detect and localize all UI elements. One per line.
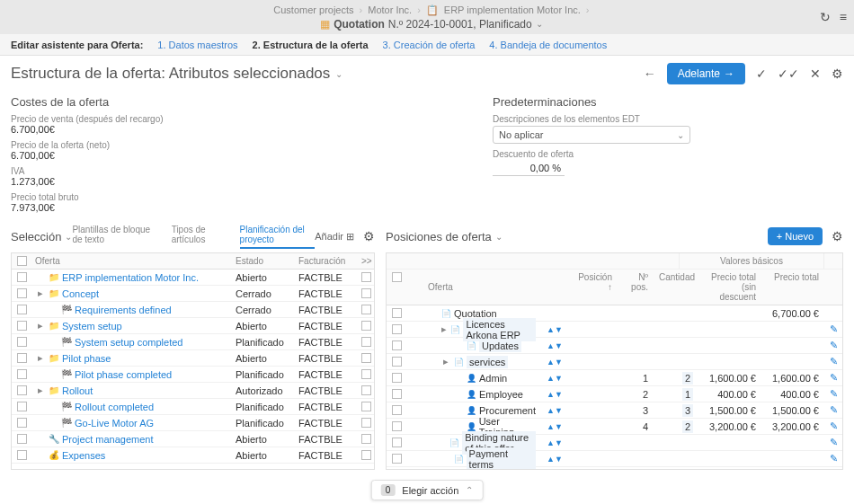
item-name[interactable]: Pilot phase (62, 353, 111, 364)
item-name[interactable]: Admin (479, 373, 507, 384)
edt-select[interactable]: No aplicar⌄ (493, 126, 690, 144)
reorder-arrows[interactable]: ▲▼ (541, 436, 568, 450)
wizard-step[interactable]: 2. Estructura de la oferta (253, 40, 369, 50)
table-row[interactable]: 📁 ERP implementation Motor Inc. Abierto … (12, 270, 374, 286)
item-name[interactable]: Rollout (62, 385, 93, 396)
item-name[interactable]: ERP implementation Motor Inc. (62, 272, 199, 283)
table-row[interactable]: ▸ 📁 System setup Abierto FACTBLE (12, 318, 374, 334)
star-checkbox[interactable] (361, 305, 371, 314)
select-all-checkbox[interactable] (17, 256, 27, 266)
caret-icon[interactable]: ▸ (35, 385, 46, 396)
col-qty[interactable]: Cantidad (654, 270, 698, 305)
row-checkbox[interactable] (392, 454, 402, 464)
footer-action-bar[interactable]: 0 Elegir acción ⌃ (371, 480, 484, 500)
qty-value[interactable]: 2 (682, 372, 693, 385)
row-checkbox[interactable] (17, 385, 27, 395)
star-checkbox[interactable] (361, 385, 371, 395)
breadcrumb-item[interactable]: Customer projects (273, 4, 353, 15)
table-row[interactable]: 📄 Updates ▲▼ ✎ (387, 338, 842, 354)
settings-icon[interactable]: ⚙ (832, 66, 843, 81)
item-name[interactable]: Go-Live Motor AG (75, 418, 154, 429)
star-checkbox[interactable] (361, 321, 371, 331)
item-name[interactable]: services (467, 356, 508, 368)
row-checkbox[interactable] (392, 357, 402, 367)
breadcrumb-item[interactable]: ERP implementation Motor Inc. (444, 4, 581, 15)
row-checkbox[interactable] (392, 421, 402, 431)
edit-icon[interactable]: ✎ (830, 404, 838, 415)
reorder-arrows[interactable]: ▲▼ (541, 403, 568, 418)
tab-templates[interactable]: Plantillas de bloque de texto (72, 225, 155, 249)
edit-icon[interactable]: ✎ (830, 340, 838, 350)
star-checkbox[interactable] (361, 272, 371, 282)
item-name[interactable]: Project management (62, 434, 154, 445)
reorder-arrows[interactable]: ▲▼ (541, 323, 568, 337)
row-checkbox[interactable] (392, 340, 402, 350)
select-all-checkbox[interactable] (392, 272, 402, 282)
item-name[interactable]: System setup (62, 321, 122, 332)
star-checkbox[interactable] (361, 288, 371, 298)
row-checkbox[interactable] (392, 373, 402, 383)
item-name[interactable]: Payment terms (467, 447, 536, 471)
table-row[interactable]: 👤 Admin ▲▼ 1 2 1,600.00 € 1,600.00 € ✎ (387, 370, 842, 386)
row-checkbox[interactable] (17, 369, 27, 379)
row-checkbox[interactable] (17, 434, 27, 444)
table-row[interactable]: ▸ 📄 Licences Arkona ERP ▲▼ ✎ (387, 322, 842, 338)
close-icon[interactable]: ✕ (810, 66, 821, 81)
col-npos[interactable]: Nº pos. (618, 270, 654, 305)
reorder-arrows[interactable]: ▲▼ (541, 371, 568, 385)
refresh-icon[interactable]: ↻ (820, 10, 831, 24)
table-row[interactable]: 🏁 System setup completed Planificado FAC… (12, 334, 374, 350)
edit-icon[interactable]: ✎ (830, 420, 838, 431)
row-checkbox[interactable] (392, 308, 402, 318)
table-row[interactable]: 🏁 Go-Live Motor AG Planificado FACTBLE (12, 415, 374, 431)
star-checkbox[interactable] (361, 337, 371, 347)
row-checkbox[interactable] (17, 418, 27, 428)
qty-value[interactable]: 3 (682, 404, 693, 417)
edit-icon[interactable]: ✎ (830, 437, 838, 447)
item-name[interactable]: Rollout completed (75, 402, 154, 412)
breadcrumb-doc[interactable]: ▦ Quotation N.º 2024-10-0001, Planificad… (320, 18, 542, 31)
col-oferta[interactable]: Oferta (423, 270, 541, 305)
check-all-icon[interactable]: ✓✓ (778, 66, 799, 81)
filter-icon[interactable]: ⚙ (832, 229, 843, 243)
menu-icon[interactable]: ≡ (840, 10, 847, 24)
selection-title[interactable]: Selección⌄ (11, 230, 72, 243)
filter-icon[interactable]: ⚙ (363, 229, 375, 243)
item-name[interactable]: Pilot phase completed (75, 369, 172, 380)
col-total[interactable]: Precio total (761, 270, 824, 305)
wizard-step[interactable]: 1. Datos maestros (157, 40, 237, 50)
wizard-step[interactable]: 3. Creación de oferta (383, 40, 476, 50)
caret-icon[interactable]: ▸ (440, 356, 451, 367)
caret-icon[interactable]: ▸ (35, 352, 46, 364)
row-checkbox[interactable] (17, 321, 27, 331)
row-checkbox[interactable] (17, 272, 27, 282)
breadcrumb-item[interactable]: Motor Inc. (368, 4, 412, 15)
table-row[interactable]: ▸ 📁 Rollout Autorizado FACTBLE (12, 383, 374, 399)
item-name[interactable]: Concept (62, 288, 99, 299)
edit-icon[interactable]: ✎ (830, 323, 838, 334)
row-checkbox[interactable] (392, 324, 402, 334)
table-row[interactable]: ▸ 📄 services ▲▼ ✎ (387, 354, 842, 370)
star-checkbox[interactable] (361, 369, 371, 379)
table-row[interactable]: 🏁 Requirements defined Cerrado FACTBLE (12, 302, 374, 318)
check-icon[interactable]: ✓ (756, 66, 767, 81)
reorder-arrows[interactable]: ▲▼ (541, 452, 568, 466)
tab-articles[interactable]: Tipos de artículos (172, 225, 224, 249)
reorder-arrows[interactable] (541, 311, 568, 316)
next-button[interactable]: Adelante→ (667, 63, 745, 84)
row-checkbox[interactable] (17, 450, 27, 460)
row-checkbox[interactable] (17, 305, 27, 314)
row-checkbox[interactable] (392, 389, 402, 399)
edit-icon[interactable]: ✎ (830, 372, 838, 383)
item-name[interactable]: System setup completed (75, 337, 182, 348)
discount-input[interactable]: 0,00 % (493, 161, 565, 176)
col-pos[interactable]: Posición ↑ (568, 270, 618, 305)
star-checkbox[interactable] (361, 450, 371, 460)
item-name[interactable]: Requirements defined (75, 305, 172, 315)
col-price[interactable]: Precio total (sin descuent (698, 270, 761, 305)
reorder-arrows[interactable]: ▲▼ (541, 387, 568, 402)
new-button[interactable]: +Nuevo (768, 227, 823, 245)
edit-icon[interactable]: ✎ (830, 356, 838, 367)
tab-planning[interactable]: Planificación del proyecto (240, 225, 316, 249)
star-checkbox[interactable] (361, 402, 371, 411)
